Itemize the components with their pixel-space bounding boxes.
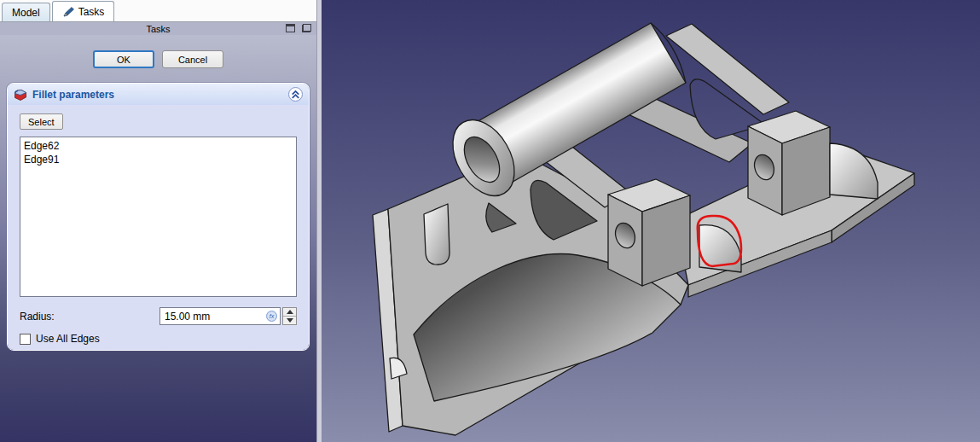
fillet-parameters-content: Select Edge62Edge91 Radius: fx [8,105,309,350]
spin-down-icon [287,318,293,323]
spin-up-button[interactable] [283,308,296,316]
tab-tasks[interactable]: Tasks [52,1,115,21]
collapse-button[interactable] [288,87,303,102]
edge-list-item[interactable]: Edge91 [24,153,293,166]
tab-tasks-label: Tasks [78,6,105,18]
freecad-window: Model Tasks Tasks OK Cancel [0,0,980,442]
radius-spin-buttons [282,307,297,325]
fillet-parameters-title: Fillet parameters [32,89,114,101]
radius-row: Radius: fx [20,307,297,325]
3d-viewport[interactable] [322,0,980,442]
edge-list[interactable]: Edge62Edge91 [20,137,297,297]
ok-button[interactable]: OK [93,50,154,68]
radius-input[interactable] [160,308,280,324]
spin-down-button[interactable] [283,316,296,324]
expression-icon[interactable]: fx [266,311,277,322]
radius-field-wrap: fx [159,307,281,325]
use-all-edges-label: Use All Edges [36,333,100,345]
pencil-icon [62,6,74,18]
tasks-titlebar: Tasks [0,22,316,35]
fillet-icon [14,88,27,102]
dock-icon[interactable] [286,24,295,32]
task-buttons: OK Cancel [0,50,316,68]
fillet-parameters-header: Fillet parameters [8,84,309,105]
tasks-title: Tasks [146,24,170,34]
tab-model[interactable]: Model [2,3,50,21]
collapse-chevron-icon [291,90,300,99]
select-button[interactable]: Select [20,113,63,130]
tab-model-label: Model [12,7,40,19]
use-all-edges-row: Use All Edges [20,333,297,345]
cancel-button[interactable]: Cancel [162,50,223,68]
viewport-svg[interactable] [322,0,980,442]
part-wall-groove [424,204,449,265]
combo-view-panel: Model Tasks Tasks OK Cancel [0,0,316,442]
use-all-edges-checkbox[interactable] [20,334,31,345]
edge-list-item[interactable]: Edge62 [24,139,293,153]
float-icon[interactable] [302,24,311,32]
spin-up-icon [287,310,293,314]
radius-spinbox: fx [159,307,297,325]
tasks-panel-body: OK Cancel Fillet parameters [0,35,316,442]
fillet-parameters-box: Fillet parameters Select Edge62Edge91 Ra… [7,83,310,351]
radius-label: Radius: [20,311,55,323]
combo-view-tabbar: Model Tasks [0,0,316,22]
